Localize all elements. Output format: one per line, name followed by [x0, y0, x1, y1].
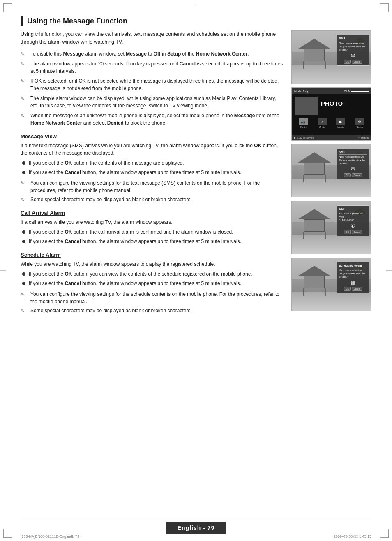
photo-icon: 📷 [301, 120, 305, 124]
popup-cancel-5[interactable]: Cancel [352, 287, 362, 291]
tv-screenshot-3: 🌴 SMS New message receivedDo you want to… [291, 144, 371, 197]
section-title: Using the Message Function [21, 16, 371, 26]
beach-scene-3: 🌴 SMS New message receivedDo you want to… [292, 144, 371, 197]
popup-body-1: New message receivedDo you want to view … [339, 42, 367, 51]
media-icon-movie: ▶ Movie [336, 118, 345, 128]
note-item-3: ✎ If OK is selected, or if OK is not sel… [21, 77, 283, 92]
popup-icon-1: ✉ [339, 53, 367, 58]
hut-post-l-4 [303, 232, 304, 239]
page-footer: English - 79 [21, 518, 371, 534]
hut-post-r-5 [325, 288, 326, 296]
media-photo-label: PHOTO [321, 100, 343, 107]
bullet-text-mv-2: If you select the Cancel button, the ala… [29, 169, 241, 176]
hut-1 [298, 39, 331, 69]
note-item-4: ✎ The simple alarm window can be display… [21, 95, 283, 109]
popup-icon-3: ✉ [339, 166, 367, 172]
beach-scene-4: 🌴 Call You have a phone callMom011-299-2… [292, 201, 371, 254]
crosshair-bottom [196, 535, 196, 541]
media-photo-thumb [295, 97, 318, 115]
tv-screenshot-1: 🌴 SMS New message receivedDo you want to… [291, 30, 371, 84]
media-top-bar: Media Play SUM ▬▬▬▬▬▬ [292, 88, 371, 94]
subsection-title-schedule-alarm: Schedule Alarm [21, 252, 283, 258]
hut-post-l-3 [303, 175, 304, 182]
note-mv-2: ✎ Some special characters may be display… [21, 196, 283, 203]
note-mv-1: ✎ You can configure the viewing settings… [21, 179, 283, 194]
popup-ok-4[interactable]: OK [344, 230, 351, 234]
subsection-intro-message-view: If a new text message (SMS) arrives whil… [21, 142, 283, 157]
hut-posts-1 [303, 61, 326, 69]
hut-body-1 [304, 49, 325, 61]
popup-ok-3[interactable]: OK [344, 173, 351, 177]
note-icon-mv-2: ✎ [21, 196, 28, 203]
corner-mark-tl [3, 3, 12, 12]
hut-posts-3 [303, 175, 326, 182]
note-text-4: The simple alarm window can be displayed… [30, 95, 283, 109]
media-icon-setup: ⚙ Setup [355, 118, 364, 128]
bullet-text-ca-2: If you select the Cancel button, the ala… [29, 238, 241, 245]
popup-title-1: SMS [339, 37, 367, 41]
popup-buttons-5: OK Cancel [339, 287, 367, 291]
popup-ok-1[interactable]: OK [344, 60, 351, 64]
tv-screenshot-5: 🌴 Scheduled event You have a scheduleDo … [291, 258, 371, 311]
popup-buttons-1: OK Cancel [339, 60, 367, 64]
footer-file-info: [750-NA]BN68-02111B-Eng.indb 79 [21, 534, 79, 539]
main-note-list: ✎ To disable this Message alarm window, … [21, 50, 283, 127]
media-body: PHOTO 📷 Photo ♪ Mu [292, 94, 371, 135]
hut-roof-4 [298, 209, 331, 219]
subsection-message-view: Message View If a new text message (SMS)… [21, 133, 283, 203]
bullet-item-sa-1: If you select the OK button, you can vie… [22, 270, 283, 278]
setup-label: Setup [356, 126, 363, 128]
media-icon-setup-box: ⚙ [355, 118, 364, 125]
bullet-list-message-view: If you select the OK button, the content… [21, 159, 283, 176]
popup-body-4: You have a phone callMom011-299-2835 [339, 212, 367, 222]
hut-5 [298, 266, 331, 296]
bullet-item-mv-2: If you select the Cancel button, the ala… [22, 169, 283, 176]
subsection-title-call-arrival: Call Arrival Alarm [21, 210, 283, 216]
hut-body-3 [304, 163, 325, 175]
bullet-dot-mv-2 [22, 171, 25, 174]
popup-cancel-3[interactable]: Cancel [352, 173, 362, 177]
note-item-5: ✎ When the message of an unknown mobile … [21, 112, 283, 127]
popup-title-4: Call [339, 207, 367, 211]
popup-ok-5[interactable]: OK [344, 287, 351, 291]
corner-mark-br [380, 529, 389, 538]
hut-roof-1 [298, 39, 331, 49]
media-icon-movie-box: ▶ [336, 118, 345, 125]
subsection-intro-schedule-alarm: While you are watching TV, the alarm win… [21, 260, 283, 268]
note-icon-sa-1: ✎ [21, 291, 28, 297]
page-wrapper: Using the Message Function Using this fu… [0, 0, 392, 541]
tv-popup-1: SMS New message receivedDo you want to v… [337, 35, 369, 66]
media-icon-photo-box: 📷 [299, 118, 308, 125]
note-text-1: To disable this Message alarm window, se… [30, 50, 249, 58]
subsection-schedule-alarm: Schedule Alarm While you are watching TV… [21, 252, 283, 314]
note-icon-sa-2: ✎ [21, 307, 28, 314]
media-photo-area: PHOTO [295, 97, 368, 115]
corner-mark-tr [380, 3, 389, 12]
note-text-3: If OK is selected, or if OK is not selec… [30, 77, 283, 92]
tv-popup-3: SMS New message receivedDo you want to v… [337, 149, 369, 179]
crosshair-top [196, 0, 196, 6]
hut-posts-5 [303, 288, 326, 296]
notes-message-view: ✎ You can configure the viewing settings… [21, 179, 283, 203]
note-text-sa-1: You can configure the viewing settings f… [30, 290, 283, 305]
popup-cancel-4[interactable]: Cancel [352, 230, 362, 234]
media-icon-music: ♪ Music [318, 118, 327, 128]
popup-cancel-1[interactable]: Cancel [352, 60, 362, 64]
popup-buttons-4: OK Cancel [339, 230, 367, 234]
corner-mark-bl [3, 529, 12, 538]
bullet-list-schedule-alarm: If you select the OK button, you can vie… [21, 270, 283, 287]
popup-body-3: New message receivedDo you want to view … [339, 156, 367, 165]
bullet-text-ca-1: If you select the OK button, the call ar… [29, 228, 233, 236]
subsection-title-message-view: Message View [21, 133, 283, 139]
movie-icon: ▶ [339, 120, 342, 124]
media-icons-row: 📷 Photo ♪ Music ▶ [295, 118, 368, 128]
note-icon-mv-1: ✎ [21, 180, 28, 186]
music-icon: ♪ [321, 120, 323, 124]
media-bottom-right: ↩ Return [358, 136, 369, 139]
bullet-dot-ca-1 [22, 230, 25, 234]
note-text-2: The alarm window appears for 20 seconds.… [30, 60, 283, 75]
music-label: Music [319, 126, 325, 128]
subsection-call-arrival: Call Arrival Alarm If a call arrives whi… [21, 210, 283, 245]
note-icon-5: ✎ [21, 112, 28, 119]
hut-post-r-1 [325, 61, 326, 69]
